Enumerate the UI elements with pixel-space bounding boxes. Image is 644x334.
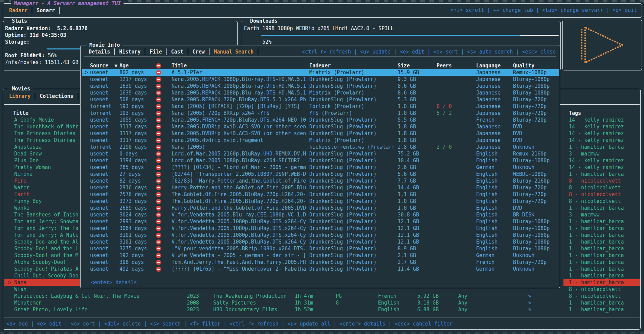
age-cell: 3194 days	[119, 157, 147, 164]
quality-cell: Bluray-720p	[513, 198, 547, 205]
search-result-row[interactable]: usenet 492 days (????) [01/65] - "Miss U…	[82, 266, 559, 272]
age-cell: 2576 days	[119, 191, 147, 198]
tag-row[interactable]: 1 - hamilcar_barca	[563, 306, 640, 313]
movies-tab[interactable]: Library	[8, 92, 32, 100]
rejected-icon	[156, 212, 161, 217]
search-result-row[interactable]: usenet 1639 days Nana.2005.REPACK.1080p.…	[82, 83, 559, 89]
search-result-row[interactable]: usenet 1639 days Nana.2005.REPACK.1080p.…	[82, 89, 559, 96]
servarr-tab[interactable]: Sonarr	[35, 7, 56, 14]
search-result-row[interactable]: usenet 27 days [02/44] "Transporter 2.20…	[82, 171, 559, 178]
tag-row[interactable]: 14 - kelly ramirez	[563, 164, 640, 171]
tag-row[interactable]: 3 - macmww	[563, 150, 640, 157]
quality-cell: Bluray-1080p	[513, 245, 550, 252]
search-result-row[interactable]: usenet 1217 days Nana.2005.REPACK.1080p.…	[82, 76, 559, 83]
search-result-row[interactable]: usenet 508 days Nana.2005.REPACK.720p.Bl…	[82, 96, 559, 103]
search-result-row[interactable]: usenet 1059 days Nana.2005.FRENCH.720p.B…	[82, 117, 559, 123]
search-result-row[interactable]: torrent 193 days Nana (2005) 720p BRRip …	[82, 110, 559, 117]
search-result-row[interactable]: usenet 2916 days Harry.Potter.and.the.Go…	[82, 184, 559, 191]
peers-column-header[interactable]: Peers	[437, 62, 452, 69]
title-column-header[interactable]: Title	[172, 62, 187, 69]
tag-row[interactable]: 1 - hamilcar_barca	[563, 205, 640, 211]
search-result-row[interactable]: usenet 3117 days Nana.2005.DVDRip.XviD.A…	[82, 130, 559, 137]
search-result-row[interactable]: torrent 193 days Nana (2005) [REPACK] [7…	[82, 103, 559, 110]
tag-label: 1 - hamilcar_barca	[569, 245, 624, 252]
movie-title-cell: Funny Boy	[4, 198, 42, 205]
search-result-row[interactable]: usenet 3194 days Lord.of.War.2005.1080p.…	[82, 157, 559, 164]
language-column-header[interactable]: Language	[476, 62, 501, 69]
tag-row[interactable]: 14 - kelly ramirez	[563, 117, 640, 123]
search-result-row[interactable]: usenet 3273 days The.Goblet.Of.Fire.2005…	[82, 198, 559, 205]
tag-row[interactable]: 1 - hamilcar_barca	[563, 245, 640, 252]
search-result-row[interactable]: usenet 2689 days Harry.Potter.and.the.Go…	[82, 205, 559, 211]
indexer-cell: DrunkenSlug (Prowlarr)	[309, 238, 397, 245]
tab-separator	[188, 48, 188, 55]
rejected-icon	[156, 219, 161, 224]
quality-cell: Bluray-720p	[513, 110, 547, 117]
servarr-tab[interactable]: Radarr	[8, 7, 29, 14]
tag-row[interactable]: 8 - nicolecolvett	[563, 286, 640, 293]
search-results-table: => usenet 802 days A 5.1-PTer Miatrix (P…	[82, 69, 559, 272]
tag-row[interactable]: 14 - kelly ramirez	[563, 130, 640, 137]
release-title-cell: Nana (2005) 720p BRRip x264 -YTS	[172, 110, 307, 117]
indexer-cell: DrunkenSlug (Prowlarr)	[309, 164, 397, 171]
age-column-header[interactable]: Age	[119, 62, 129, 69]
source-column-header[interactable]: Source ▼	[90, 62, 117, 69]
movie-title-cell: Plus One	[4, 157, 39, 164]
search-result-row[interactable]: torrent 2190 days Nana (2005) kickasstor…	[82, 144, 559, 150]
rejected-icon	[156, 151, 161, 156]
source-cell: usenet	[90, 252, 108, 259]
search-result-row[interactable]: usenet 398 days Tom.And.Jerry.The.Fast.A…	[82, 259, 559, 266]
language-cell: Japanese	[476, 103, 501, 110]
age-cell: 802 days	[119, 69, 144, 76]
search-result-row[interactable]: usenet 192 days V wie Vendetta - 2005 - …	[82, 252, 559, 259]
tag-row[interactable]: 1 - hamilcar_barca	[563, 225, 640, 232]
search-result-row[interactable]: usenet 3101 days V.for.Vendetta.2005.108…	[82, 232, 559, 238]
movie-info-tab[interactable]: Cast	[170, 48, 185, 56]
tag-row[interactable]: 8 - nicolecolvett	[563, 191, 640, 198]
tag-row[interactable]: 1 - hamilcar_barca	[563, 266, 640, 272]
tag-label: 1 - hamilcar_barca	[569, 259, 624, 266]
search-result-row[interactable]: => usenet 802 days A 5.1-PTer Miatrix (P…	[82, 69, 559, 76]
tag-row[interactable]: 14 - kelly ramirez	[563, 137, 640, 144]
tag-row[interactable]: 1 - hamilcar_barca	[563, 232, 640, 238]
tag-row[interactable]: 1 - hamilcar_barca	[563, 272, 640, 279]
search-result-row[interactable]: usenet 3117 days Nana.2005.DVDRip.XviD.A…	[82, 123, 559, 130]
tag-row[interactable]: 14 - kelly ramirez	[563, 157, 640, 164]
search-result-row[interactable]: usenet 3101 days V.for.Vendetta.2005.108…	[82, 238, 559, 245]
release-title-cell: V.for.Vendetta.2005.1080p.BluRay.DTS.x26…	[172, 238, 307, 245]
indexer-column-header[interactable]: Indexer	[309, 62, 331, 69]
indexer-cell: DrunkenSlug (Prowlarr)	[309, 232, 397, 238]
tag-row[interactable]: 1 - hamilcar_barca	[563, 279, 640, 286]
tag-row[interactable]: 1 - hamilcar_barca	[563, 252, 640, 259]
movie-info-tab[interactable]: History	[118, 48, 142, 56]
size-column-header[interactable]: Size	[398, 62, 410, 69]
search-result-row[interactable]: usenet 82 days [02/83] "Harry.Potter.and…	[82, 178, 559, 184]
tag-row[interactable]: 1 - hamilcar_barca	[563, 144, 640, 150]
tag-row[interactable]: 8 - nicolecolvett	[563, 184, 640, 191]
tag-row[interactable]: 1 - hamilcar_barca	[563, 238, 640, 245]
tag-row[interactable]: 1 - hamilcar_barca	[563, 259, 640, 266]
search-result-row[interactable]: usenet 3024 days V.for.Vendetta.2005.Blu…	[82, 211, 559, 218]
movie-info-tab[interactable]: Details	[87, 48, 111, 56]
movie-info-tab[interactable]: Crew	[191, 48, 206, 56]
size-cell: 15.9 GB	[398, 69, 419, 76]
search-result-row[interactable]: usenet 3117 days nana.2005.dvdrip.xvid.f…	[82, 137, 559, 144]
search-result-row[interactable]: usenet 285 days (????) [01/34] - "Lord o…	[82, 164, 559, 171]
search-result-row[interactable]: usenet 3064 days V.for.Vendetta.2005.108…	[82, 225, 559, 232]
tag-row[interactable]: 8 - nicolecolvett	[563, 293, 640, 299]
tag-row[interactable]: 1 - hamilcar_barca	[563, 218, 640, 225]
tag-row[interactable]: 3 - macmww	[563, 211, 640, 218]
tag-row[interactable]: 1 - hamilcar_barca	[563, 299, 640, 306]
tag-row[interactable]: 8 - nicolecolvett	[563, 178, 640, 184]
search-result-row[interactable]: usenet 2993 days V.for.Vendetta.2005.108…	[82, 218, 559, 225]
tag-row[interactable]: 14 - kelly ramirez	[563, 123, 640, 130]
movie-info-tab[interactable]: Manual Search	[213, 48, 255, 56]
quality-column-header[interactable]: Quality	[513, 62, 534, 69]
tag-row[interactable]: 8 - nicolecolvett	[563, 198, 640, 205]
search-result-row[interactable]: usenet 3275 days -"V pour vendetta.2005.…	[82, 245, 559, 252]
movie-info-tab[interactable]: File	[148, 48, 163, 56]
tag-row[interactable]: 1 - hamilcar_barca	[563, 171, 640, 178]
search-result-row[interactable]: usenet 0 days Lord.of.War.2005.2160p.Blu…	[82, 150, 559, 157]
search-result-row[interactable]: usenet 2576 days The.Goblet.Of.Fire.2005…	[82, 191, 559, 198]
movies-tab[interactable]: Collections	[38, 92, 74, 100]
